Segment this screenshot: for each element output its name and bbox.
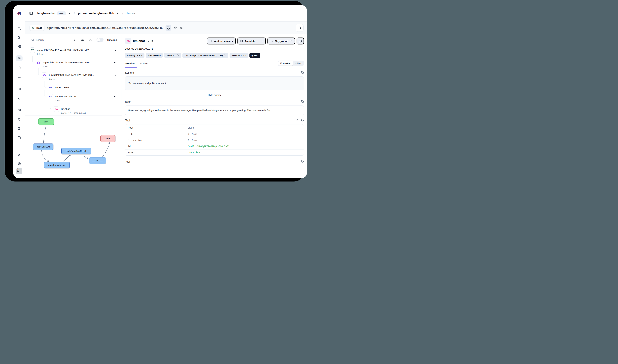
json-table-header: Path Value: [125, 124, 304, 131]
breadcrumb-section[interactable]: Traces: [126, 12, 135, 15]
format-json[interactable]: JSON: [293, 61, 303, 65]
sidebar-playground-terminal-icon[interactable]: [16, 95, 23, 101]
tool2-section-label: Tool: [125, 160, 130, 163]
info-icon: [224, 54, 226, 57]
sidebar-prompts-icon[interactable]: [16, 86, 23, 92]
tag-icon[interactable]: [166, 25, 171, 31]
project-chevron-down-icon[interactable]: [116, 12, 119, 15]
sidebar-search-icon[interactable]: [16, 25, 23, 31]
terminal-icon: [270, 40, 273, 42]
org-chevron-down-icon[interactable]: [68, 12, 71, 15]
breadcrumb-separator: /: [73, 12, 76, 15]
copy-icon[interactable]: [301, 71, 304, 75]
sidebar-lightbulb-icon[interactable]: [16, 117, 23, 122]
format-toggle[interactable]: Formatted JSON: [278, 61, 304, 66]
agent-bot-icon: [42, 72, 47, 78]
chevron-down-icon[interactable]: [114, 74, 116, 77]
hide-history-link[interactable]: Hide history: [125, 93, 304, 96]
user-message-box: Greet and say goodbye to the user in the…: [125, 105, 304, 115]
playground-button[interactable]: Playground: [267, 38, 295, 44]
graph-node-sendtoolresult[interactable]: nodeSendToolResult: [61, 148, 91, 154]
message-bubble-icon: [299, 39, 302, 43]
collapse-all-icon[interactable]: [73, 38, 76, 41]
app-window: langfuse-dev Team / jetbrains-x-langfuse…: [13, 5, 307, 178]
tree-row-node-callllm[interactable]: node.nodeCallLLM 2.85s: [25, 94, 122, 102]
window-frame: langfuse-dev Team / jetbrains-x-langfuse…: [5, 1, 305, 182]
sidebar-datasets-icon[interactable]: [16, 135, 23, 141]
cost-badge[interactable]: $0.00061: [164, 53, 181, 58]
system-section-label: System: [125, 71, 134, 74]
observation-detail-panel: llm.chat ID Add to datasets Annotate: [122, 35, 307, 178]
user-section-label: User: [125, 100, 131, 103]
tree-row-run[interactable]: run.6f8d2449-33ed-4c7c-82e7-5410e3... 5.…: [25, 72, 122, 81]
langfuse-logo-icon: [16, 11, 23, 16]
observation-title: llm.chat: [133, 39, 145, 43]
trace-type-badge: Trace: [29, 25, 44, 31]
sidebar-users-icon[interactable]: [16, 74, 23, 80]
graph-node-executetool[interactable]: nodeExecuteTool: [44, 162, 70, 168]
graph-node-start[interactable]: __start__: [38, 118, 54, 125]
format-formatted[interactable]: Formatted: [278, 61, 293, 65]
breadcrumb-project[interactable]: jetbrains-x-langfuse-collab: [78, 12, 114, 15]
add-to-datasets-button[interactable]: Add to datasets: [207, 38, 236, 44]
copy-icon: [148, 40, 150, 42]
sidebar-home-icon[interactable]: [16, 34, 23, 40]
comments-button[interactable]: [296, 38, 304, 44]
model-badge[interactable]: gpt-4o: [249, 53, 260, 58]
observation-timestamp: 2025-08-26 21:41:03.041: [125, 47, 304, 50]
system-message-box: You are a nice and polite assistant.: [125, 77, 304, 90]
graph-node-end[interactable]: __end__: [100, 135, 116, 142]
annotate-button[interactable]: Annotate: [237, 38, 266, 44]
sidebar-settings-gear-icon[interactable]: [16, 152, 23, 158]
graph-node-finish[interactable]: __finish__: [89, 157, 106, 164]
panel-left-toggle-icon[interactable]: [29, 12, 33, 15]
trace-tree-icon: [32, 26, 35, 29]
unfold-vertical-icon[interactable]: [296, 119, 299, 122]
user-avatar[interactable]: [16, 168, 23, 174]
copy-icon[interactable]: [301, 160, 304, 163]
chevron-down-icon[interactable]: [114, 95, 116, 99]
star-icon[interactable]: [174, 26, 177, 29]
agent-bot-icon: [36, 60, 41, 65]
copy-icon[interactable]: [301, 119, 304, 122]
sidebar-support-lifebuoy-icon[interactable]: [16, 161, 23, 167]
tab-preview[interactable]: Preview: [125, 61, 136, 67]
breadcrumb-org[interactable]: langfuse-dev: [37, 12, 55, 15]
tree-settings-sliders-icon[interactable]: [81, 38, 84, 41]
search-input[interactable]: Search: [31, 38, 68, 41]
sidebar-sessions-clock-icon[interactable]: [16, 65, 23, 71]
timeline-label: Timeline: [107, 39, 117, 41]
top-bar: langfuse-dev Team / jetbrains-x-langfuse…: [25, 5, 307, 22]
delete-trace-button[interactable]: [296, 24, 304, 32]
share-icon[interactable]: [180, 26, 183, 29]
chevron-down-icon[interactable]: [114, 61, 116, 65]
sidebar-tracing-icon[interactable]: [16, 55, 23, 61]
tokens-badge[interactable]: 168 prompt → 19 completion (Σ 187): [182, 53, 228, 58]
json-row-function[interactable]: function 2 items: [125, 137, 304, 143]
trace-header-bar: Trace agent.f9f77d1a-437f-4ba6-890e-b592…: [25, 22, 307, 34]
agent-graph[interactable]: __start__ nodeCallLLM nodeSendToolResult…: [25, 115, 122, 178]
sidebar-annotation-icon[interactable]: [16, 125, 23, 131]
tool-section-label: Tool: [125, 119, 130, 122]
timeline-toggle[interactable]: [97, 38, 103, 42]
json-row-0[interactable]: 0 3 items: [125, 131, 304, 137]
tree-row-llm-chat[interactable]: llm.chat 2.84s47 → 106 (Σ 153): [25, 106, 122, 115]
annotate-chevron-down-icon[interactable]: [259, 38, 265, 44]
graph-node-callllm[interactable]: nodeCallLLM: [33, 143, 53, 150]
sidebar-evaluation-icon[interactable]: [16, 107, 23, 113]
tool-json-table: Path Value 0 3 items function 2 items id…: [125, 124, 304, 156]
tree-row-agent[interactable]: agent.f9f77d1a-437f-4ba6-890e-b592a50cb.…: [25, 60, 122, 68]
json-row-type: type "function": [125, 149, 304, 156]
tab-scores[interactable]: Scores: [140, 61, 148, 67]
copy-icon[interactable]: [301, 100, 304, 104]
download-icon[interactable]: [89, 38, 92, 41]
tree-row-node-start[interactable]: node.__start__: [25, 85, 122, 90]
sidebar-rail: [13, 5, 25, 178]
chevron-down-icon[interactable]: [114, 49, 116, 52]
sidebar-dashboard-icon[interactable]: [16, 43, 23, 50]
chevron-right-icon: [128, 139, 130, 141]
copy-id-button[interactable]: ID: [148, 40, 153, 42]
tree-row-trace[interactable]: agent.f9f77d1a-437f-4ba6-890e-b592a50cbd…: [25, 47, 122, 56]
version-badge: Version: 0.3.0: [230, 53, 248, 58]
breadcrumb-separator: /: [121, 12, 124, 15]
